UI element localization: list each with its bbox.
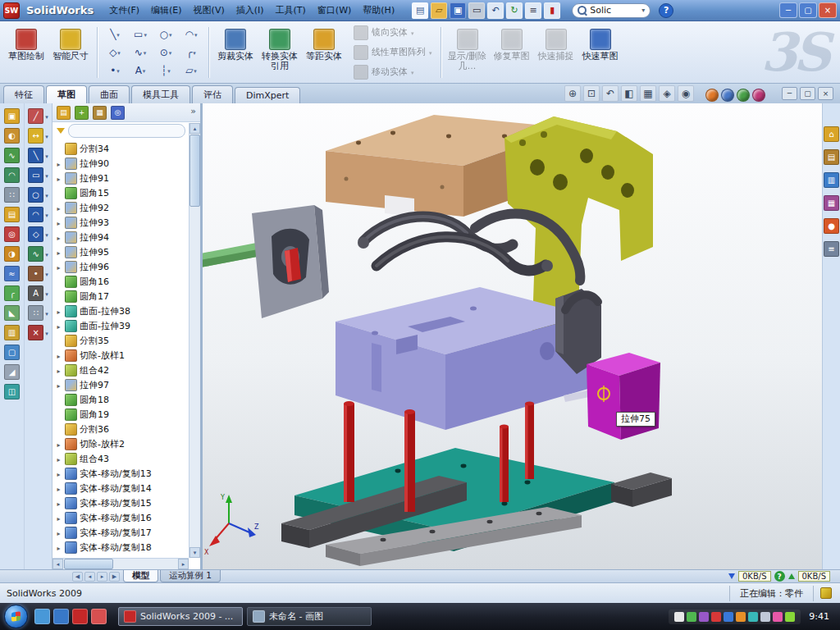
expand-arrow-icon[interactable] xyxy=(55,232,62,243)
tray-battery-icon[interactable] xyxy=(785,612,795,622)
arc-icon[interactable]: ◠ xyxy=(179,25,203,43)
help-button[interactable]: ? xyxy=(659,3,673,18)
solidworks-resources-icon[interactable]: ⌂ xyxy=(824,126,839,142)
tree-vertical-scrollbar[interactable]: ▴ ▾ xyxy=(189,123,200,558)
appearances-scenes-icon[interactable]: ● xyxy=(824,218,839,234)
configurationmanager-tab-icon[interactable]: ▦ xyxy=(93,106,107,120)
dropdown-arrow-icon[interactable] xyxy=(45,288,48,299)
tree-horizontal-scrollbar[interactable]: ◂ ▸ xyxy=(52,558,189,569)
sketch-flyout-icon[interactable]: ╱ xyxy=(28,108,48,124)
custom-properties-icon[interactable]: ≡ xyxy=(824,241,839,257)
fillet-icon[interactable]: ╭ xyxy=(4,285,20,301)
tree-item[interactable]: 拉伸96 xyxy=(55,259,187,274)
move-entities-button[interactable]: 移动实体 xyxy=(350,64,436,80)
expand-arrow-icon[interactable] xyxy=(55,483,62,494)
point-icon[interactable]: • xyxy=(103,62,127,79)
ribbon-tab[interactable]: 评估 xyxy=(192,85,233,103)
tree-item[interactable]: 组合42 xyxy=(55,363,187,377)
expand-arrow-icon[interactable] xyxy=(55,365,62,376)
pattern-flyout-icon[interactable]: ∷ xyxy=(28,305,48,321)
dimxpertmanager-tab-icon[interactable]: ◎ xyxy=(111,106,125,120)
solidworks-quicklaunch-icon[interactable] xyxy=(72,609,88,624)
dropdown-arrow-icon[interactable] xyxy=(116,65,120,75)
hole-wizard-icon[interactable]: ◎ xyxy=(4,226,20,242)
design-library-icon[interactable]: ▤ xyxy=(824,149,839,165)
expand-arrow-icon[interactable] xyxy=(55,173,62,184)
ellipse-icon[interactable]: ⊙ xyxy=(153,43,178,61)
undo-icon[interactable]: ↶ xyxy=(487,2,504,19)
featuremanager-tab-icon[interactable]: ▤ xyxy=(57,106,71,120)
expand-arrow-icon[interactable] xyxy=(55,513,62,523)
menu-item[interactable]: 帮助(H) xyxy=(357,2,400,19)
extruded-cut-icon[interactable]: ▤ xyxy=(4,207,20,222)
internet-explorer-icon[interactable] xyxy=(53,609,69,624)
expand-arrow-icon[interactable] xyxy=(55,350,62,361)
tray-network-icon[interactable] xyxy=(724,612,733,622)
app-restore-button[interactable]: ▢ xyxy=(799,2,817,18)
linear-pattern-icon[interactable]: ∷ xyxy=(4,187,20,203)
tree-item[interactable]: 圆角15 xyxy=(55,185,187,200)
tree-item[interactable]: 拉伸97 xyxy=(55,377,187,392)
scroll-up-icon[interactable]: ▴ xyxy=(189,123,200,134)
swept-cut-icon[interactable]: ≈ xyxy=(4,266,20,281)
network-help-icon[interactable]: ? xyxy=(774,571,785,582)
expand-arrow-icon[interactable] xyxy=(55,321,62,331)
tray-chevron-icon[interactable] xyxy=(674,612,684,622)
scroll-right-icon[interactable]: ▸ xyxy=(178,559,189,569)
spline-flyout-icon[interactable]: ∿ xyxy=(28,246,48,262)
sketch-fillet-icon[interactable]: ╭ xyxy=(179,43,203,61)
start-button[interactable] xyxy=(4,605,28,628)
tree-item[interactable]: 切除-放样1 xyxy=(55,348,187,363)
quick-snaps-button[interactable]: 快速捕捉 xyxy=(535,25,578,80)
display-delete-relations-button[interactable]: 显示/删除几... xyxy=(446,25,489,80)
dropdown-arrow-icon[interactable] xyxy=(45,209,48,220)
tree-item[interactable]: 曲面-拉伸39 xyxy=(55,318,187,333)
circle-icon[interactable]: ○ xyxy=(153,25,178,43)
rapid-sketch-button[interactable]: 快速草图 xyxy=(579,25,622,80)
dropdown-arrow-icon[interactable] xyxy=(45,308,48,318)
dropdown-arrow-icon[interactable] xyxy=(45,327,48,338)
dimension-flyout-icon[interactable]: ↔ xyxy=(28,128,48,144)
rib-icon[interactable]: ▥ xyxy=(4,325,20,340)
scroll-next-icon[interactable]: ▸ xyxy=(97,572,107,582)
stop-indicator-icon[interactable]: ▮ xyxy=(544,2,560,19)
expand-arrow-icon[interactable] xyxy=(55,380,62,390)
arc-flyout-icon[interactable]: ◠ xyxy=(28,207,48,222)
ribbon-tab[interactable]: 特征 xyxy=(3,85,44,103)
view-palette-icon[interactable]: ▦ xyxy=(824,195,839,211)
offset-entities-button[interactable]: 等距实体 xyxy=(303,25,345,80)
tree-item[interactable]: 拉伸92 xyxy=(55,200,187,215)
tree-item[interactable]: 圆角18 xyxy=(55,392,187,407)
menu-item[interactable]: 工具(T) xyxy=(270,2,312,19)
point-flyout-icon[interactable]: • xyxy=(28,266,48,281)
scrollbar-thumb[interactable] xyxy=(64,559,113,569)
tray-sync-icon[interactable] xyxy=(748,612,758,622)
draft-icon[interactable]: ◢ xyxy=(4,364,20,380)
linear-sketch-pattern-button[interactable]: 线性草图阵列 xyxy=(350,44,436,61)
expand-arrow-icon[interactable] xyxy=(55,262,62,272)
view-orientation-icon[interactable]: ▦ xyxy=(640,85,656,102)
chamfer-icon[interactable]: ◣ xyxy=(4,305,20,321)
expand-arrow-icon[interactable] xyxy=(55,498,62,509)
tray-volume-icon[interactable] xyxy=(736,612,746,622)
dropdown-arrow-icon[interactable] xyxy=(193,47,196,57)
expand-arrow-icon[interactable] xyxy=(55,454,62,464)
ribbon-tab[interactable]: DimXpert xyxy=(235,87,300,103)
file-explorer-icon[interactable]: ▥ xyxy=(824,172,839,188)
swept-boss-icon[interactable]: ∿ xyxy=(4,148,20,163)
propertymanager-tab-icon[interactable]: + xyxy=(75,106,89,120)
rgb-cube-icon[interactable] xyxy=(752,89,765,102)
expand-arrow-icon[interactable] xyxy=(55,158,62,169)
app-close-button[interactable]: × xyxy=(819,2,837,18)
tree-item[interactable]: 圆角16 xyxy=(55,274,187,289)
tree-item[interactable]: 分割35 xyxy=(55,333,187,348)
dropdown-arrow-icon[interactable] xyxy=(45,130,48,141)
hide-show-items-icon[interactable]: ◉ xyxy=(678,85,694,102)
menu-item[interactable]: 编辑(E) xyxy=(145,2,188,19)
model-slide-unit[interactable] xyxy=(203,205,329,318)
rectangle-icon[interactable]: ▭ xyxy=(128,25,153,43)
text-flyout-icon[interactable]: A xyxy=(28,285,48,301)
revolved-boss-icon[interactable]: ◐ xyxy=(4,128,20,144)
mirror-entities-button[interactable]: 镜向实体 xyxy=(350,25,436,41)
revolved-cut-icon[interactable]: ◑ xyxy=(4,246,20,262)
